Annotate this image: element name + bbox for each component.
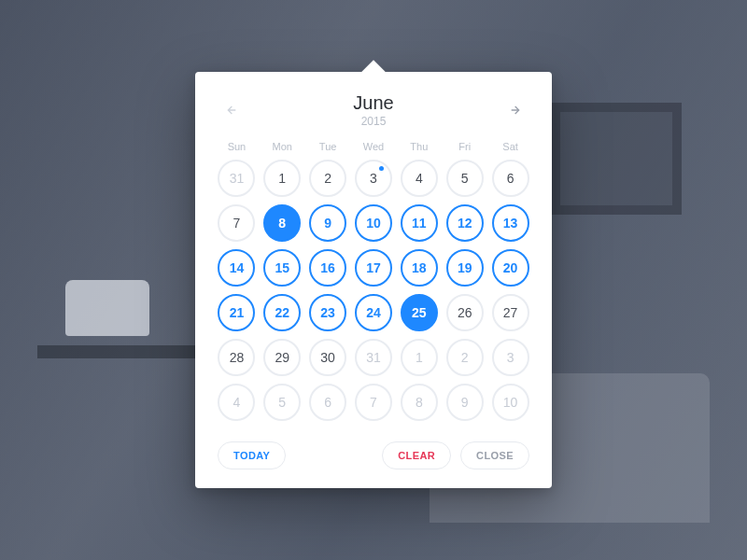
day-number: 19 <box>458 260 472 275</box>
day-number: 22 <box>275 305 289 320</box>
event-dot-icon <box>379 166 384 171</box>
day-number: 4 <box>233 395 241 410</box>
arrow-left-icon <box>223 103 238 118</box>
day-number: 9 <box>324 216 331 231</box>
calendar-grid: 3112345678910111213141516171819202122232… <box>218 160 529 421</box>
day-number: 2 <box>324 171 331 186</box>
day-number: 9 <box>461 395 469 410</box>
day-number: 11 <box>412 216 427 231</box>
weekday-label: Fri <box>445 141 484 152</box>
day-cell[interactable]: 9 <box>309 204 346 242</box>
day-cell[interactable]: 11 <box>401 204 438 242</box>
day-cell[interactable]: 4 <box>401 160 438 197</box>
day-cell[interactable]: 27 <box>492 294 529 331</box>
day-number: 31 <box>366 350 381 365</box>
day-cell[interactable]: 12 <box>446 204 484 242</box>
day-number: 29 <box>275 350 289 365</box>
day-cell[interactable]: 3 <box>355 160 392 197</box>
day-cell[interactable]: 14 <box>218 249 255 287</box>
day-number: 16 <box>320 260 335 275</box>
day-number: 5 <box>278 395 286 410</box>
day-cell[interactable]: 16 <box>309 249 346 287</box>
day-cell[interactable]: 15 <box>263 249 301 287</box>
day-number: 7 <box>370 395 377 410</box>
day-cell[interactable]: 30 <box>309 339 346 376</box>
day-number: 2 <box>461 350 469 365</box>
weekday-row: SunMonTueWedThuFriSat <box>218 141 529 152</box>
day-number: 4 <box>416 171 423 186</box>
day-number: 17 <box>366 260 381 275</box>
day-cell[interactable]: 7 <box>355 384 392 421</box>
day-cell[interactable]: 4 <box>218 384 255 421</box>
day-cell[interactable]: 1 <box>263 160 301 197</box>
day-number: 5 <box>461 171 469 186</box>
day-cell[interactable]: 20 <box>492 249 529 287</box>
day-number: 10 <box>503 395 518 410</box>
day-cell[interactable]: 25 <box>401 294 438 331</box>
day-cell[interactable]: 10 <box>492 384 529 421</box>
day-number: 3 <box>507 350 514 365</box>
day-cell[interactable]: 31 <box>355 339 392 376</box>
day-number: 6 <box>507 171 514 186</box>
clear-button[interactable]: CLEAR <box>382 441 451 469</box>
day-cell[interactable]: 6 <box>309 384 346 421</box>
day-cell[interactable]: 18 <box>401 249 438 287</box>
day-cell[interactable]: 22 <box>263 294 301 331</box>
day-number: 23 <box>320 305 335 320</box>
day-number: 26 <box>458 305 472 320</box>
weekday-label: Sat <box>491 141 529 152</box>
day-number: 24 <box>366 305 381 320</box>
day-cell[interactable]: 1 <box>401 339 438 376</box>
day-cell[interactable]: 5 <box>263 384 301 421</box>
day-cell[interactable]: 5 <box>446 160 484 197</box>
day-cell[interactable]: 7 <box>218 204 255 242</box>
day-number: 27 <box>503 305 518 320</box>
day-cell[interactable]: 3 <box>492 339 529 376</box>
weekday-label: Thu <box>400 141 438 152</box>
day-cell[interactable]: 24 <box>355 294 392 331</box>
date-picker-popover: June 2015 SunMonTueWedThuFriSat 31123456… <box>195 72 552 488</box>
prev-month-button[interactable] <box>218 97 244 123</box>
day-number: 8 <box>278 216 286 231</box>
day-number: 30 <box>320 350 335 365</box>
day-cell[interactable]: 8 <box>263 204 301 242</box>
day-cell[interactable]: 28 <box>218 339 255 376</box>
day-cell[interactable]: 2 <box>309 160 346 197</box>
day-number: 13 <box>503 216 518 231</box>
arrow-right-icon <box>509 103 524 118</box>
day-number: 31 <box>230 171 245 186</box>
weekday-label: Sun <box>218 141 256 152</box>
day-number: 21 <box>230 305 245 320</box>
today-button[interactable]: TODAY <box>218 441 286 469</box>
day-cell[interactable]: 17 <box>355 249 392 287</box>
day-cell[interactable]: 8 <box>401 384 438 421</box>
day-number: 1 <box>416 350 423 365</box>
day-cell[interactable]: 6 <box>492 160 529 197</box>
day-cell[interactable]: 31 <box>218 160 255 197</box>
day-cell[interactable]: 9 <box>446 384 484 421</box>
day-number: 14 <box>230 260 245 275</box>
day-cell[interactable]: 26 <box>446 294 484 331</box>
next-month-button[interactable] <box>503 97 529 123</box>
weekday-label: Tue <box>309 141 347 152</box>
day-number: 10 <box>366 216 381 231</box>
calendar-header: June 2015 <box>218 92 529 128</box>
day-number: 1 <box>278 171 286 186</box>
weekday-label: Mon <box>263 141 302 152</box>
day-number: 6 <box>324 395 331 410</box>
day-number: 20 <box>503 260 518 275</box>
day-number: 7 <box>233 216 241 231</box>
day-number: 3 <box>370 171 377 186</box>
day-cell[interactable]: 19 <box>446 249 484 287</box>
close-button[interactable]: CLOSE <box>460 441 529 469</box>
day-cell[interactable]: 13 <box>492 204 529 242</box>
year-label: 2015 <box>353 115 393 128</box>
day-cell[interactable]: 10 <box>355 204 392 242</box>
day-cell[interactable]: 21 <box>218 294 255 331</box>
day-cell[interactable]: 2 <box>446 339 484 376</box>
day-cell[interactable]: 23 <box>309 294 346 331</box>
calendar-footer: TODAY CLEAR CLOSE <box>218 441 529 469</box>
day-number: 8 <box>416 395 423 410</box>
month-label: June <box>353 92 393 114</box>
day-cell[interactable]: 29 <box>263 339 301 376</box>
